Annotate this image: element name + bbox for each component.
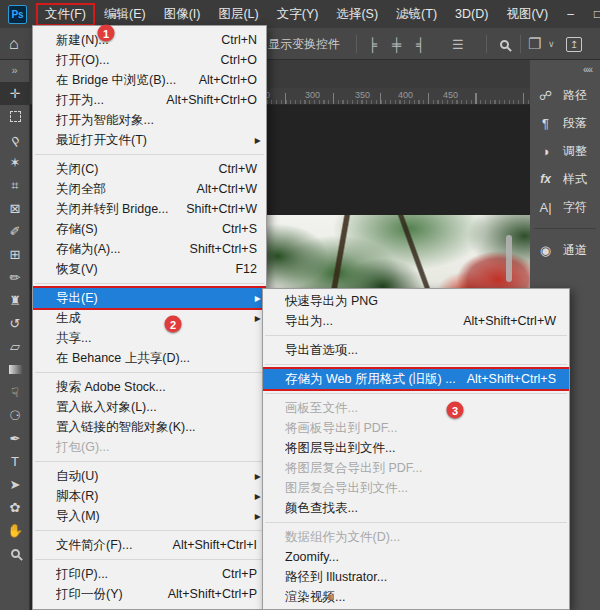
eraser-tool[interactable]: ▱: [0, 335, 30, 358]
menu-item[interactable]: 颜色查找表...: [263, 498, 569, 518]
menu-item[interactable]: 关闭(C)Ctrl+W: [33, 159, 266, 179]
menu-item[interactable]: 导出(E)▶: [33, 288, 266, 308]
paragraph-panel[interactable]: ¶段落: [530, 109, 600, 137]
lasso-tool[interactable]: ρ: [0, 128, 30, 151]
paragraph-panel-icon: ¶: [537, 116, 554, 131]
menubar-item[interactable]: 选择(S): [327, 3, 387, 26]
menu-item[interactable]: 在 Behance 上共享(D)...: [33, 348, 266, 368]
frame-tool[interactable]: ⊠: [0, 197, 30, 220]
menu-item-label: 打开为...: [56, 92, 158, 109]
submenu-arrow-icon: ▶: [255, 313, 261, 322]
menu-item[interactable]: 打印(P)...Ctrl+P: [33, 564, 266, 584]
smudge-tool[interactable]: ☟: [0, 381, 30, 404]
dodge-tool[interactable]: ⚆: [0, 404, 30, 427]
align-left-icon[interactable]: ╞: [368, 28, 377, 60]
menu-item[interactable]: 图层复合导出到文件...: [263, 478, 569, 498]
magic-wand-tool[interactable]: ✶: [0, 151, 30, 174]
path-select-tool[interactable]: ➤: [0, 473, 30, 496]
home-icon[interactable]: ⌂: [9, 28, 19, 60]
menubar-item[interactable]: 编辑(E): [95, 3, 155, 26]
menu-item[interactable]: 打开(O)...Ctrl+O: [33, 50, 266, 70]
menubar-item[interactable]: 图层(L): [209, 3, 267, 26]
menubar-items: 文件(F)编辑(E)图像(I)图层(L)文字(Y)选择(S)滤镜(T)3D(D)…: [36, 3, 557, 26]
menu-item[interactable]: 快速导出为 PNG: [263, 291, 569, 311]
menu-item[interactable]: 导出为...Alt+Shift+Ctrl+W: [263, 311, 569, 331]
menu-item[interactable]: 将画板导出到 PDF...: [263, 418, 569, 438]
menu-item[interactable]: 打包(G)...: [33, 437, 266, 457]
menu-item[interactable]: 打开为...Alt+Shift+Ctrl+O: [33, 90, 266, 110]
eyedropper-tool[interactable]: ✐: [0, 220, 30, 243]
ruler-tick-label: 400: [398, 90, 413, 100]
menu-item[interactable]: 脚本(R)▶: [33, 486, 266, 506]
menu-item[interactable]: 恢复(V)F12: [33, 259, 266, 279]
menu-item[interactable]: 置入链接的智能对象(K)...: [33, 417, 266, 437]
align-right-icon[interactable]: ╡: [416, 28, 425, 60]
search-icon[interactable]: [500, 28, 509, 60]
menu-item[interactable]: 共享...: [33, 328, 266, 348]
adjustments-panel[interactable]: ◑调整: [530, 137, 600, 165]
type-tool[interactable]: T: [0, 450, 30, 473]
menubar-item[interactable]: 图像(I): [155, 3, 210, 26]
paths-panel[interactable]: ☍路径: [530, 81, 600, 109]
chevron-down-icon[interactable]: ∨: [548, 28, 555, 60]
minimize-button[interactable]: –: [557, 0, 584, 28]
channels-panel[interactable]: ◉通道: [530, 236, 600, 264]
styles-panel[interactable]: fx样式: [530, 165, 600, 193]
options-divider: [356, 35, 357, 53]
menu-item[interactable]: 关闭全部Alt+Ctrl+W: [33, 179, 266, 199]
gradient-tool[interactable]: [0, 358, 30, 381]
menu-item-label: 共享...: [56, 330, 257, 347]
menu-item[interactable]: 文件简介(F)...Alt+Shift+Ctrl+I: [33, 535, 266, 555]
shape-tool[interactable]: ✿: [0, 496, 30, 519]
move-tool[interactable]: ✛: [0, 82, 30, 105]
menubar-item[interactable]: 滤镜(T): [387, 3, 446, 26]
clone-stamp-tool[interactable]: ♜: [0, 289, 30, 312]
share-icon[interactable]: ↥: [566, 28, 582, 60]
menu-item[interactable]: 画板至文件...: [263, 398, 569, 418]
menu-item[interactable]: 打开为智能对象...: [33, 110, 266, 130]
canvas-scrollbar[interactable]: [506, 235, 512, 282]
menu-item[interactable]: 将图层复合导出到 PDF...: [263, 458, 569, 478]
workspace-icon[interactable]: ❐: [528, 28, 541, 60]
menu-item[interactable]: 新建(N)...Ctrl+N: [33, 30, 266, 50]
menu-item[interactable]: 置入嵌入对象(L)...: [33, 397, 266, 417]
hand-tool[interactable]: ✋: [0, 519, 30, 542]
menubar-item[interactable]: 文字(Y): [268, 3, 328, 26]
menu-item[interactable]: 关闭并转到 Bridge...Shift+Ctrl+W: [33, 199, 266, 219]
character-panel[interactable]: A|字符: [530, 193, 600, 221]
menu-item[interactable]: 自动(U)▶: [33, 466, 266, 486]
maximize-button[interactable]: □: [584, 0, 600, 28]
show-transform-controls-label[interactable]: 显示变换控件: [268, 28, 340, 60]
menubar-item[interactable]: 3D(D): [446, 4, 497, 24]
toolbar-collapse-icon[interactable]: »: [0, 60, 29, 82]
menu-item[interactable]: 导入(M)▶: [33, 506, 266, 526]
crop-tool[interactable]: ⌗: [0, 174, 30, 197]
marquee-tool[interactable]: [0, 105, 30, 128]
menubar-item[interactable]: 文件(F): [36, 3, 95, 26]
menu-item[interactable]: 搜索 Adobe Stock...: [33, 377, 266, 397]
menu-item[interactable]: 打印一份(Y)Alt+Shift+Ctrl+P: [33, 584, 266, 604]
menu-item[interactable]: 最近打开文件(T)▶: [33, 130, 266, 150]
menu-item[interactable]: 存储为(A)...Shift+Ctrl+S: [33, 239, 266, 259]
zoom-tool[interactable]: [0, 542, 30, 565]
brush-tool[interactable]: ✏: [0, 266, 30, 289]
menu-item[interactable]: 在 Bridge 中浏览(B)...Alt+Ctrl+O: [33, 70, 266, 90]
menu-item[interactable]: 存储(S)Ctrl+S: [33, 219, 266, 239]
distribute-icon[interactable]: ☰: [452, 28, 464, 60]
menu-item[interactable]: 路径到 Illustrator...: [263, 567, 569, 587]
menu-item[interactable]: 将图层导出到文件...: [263, 438, 569, 458]
menu-item[interactable]: 导出首选项...: [263, 340, 569, 360]
menu-item[interactable]: Zoomify...: [263, 547, 569, 567]
menu-item[interactable]: 渲染视频...: [263, 587, 569, 607]
align-center-icon[interactable]: ╪: [392, 28, 401, 60]
menubar-item[interactable]: 视图(V): [497, 3, 557, 26]
menu-item[interactable]: 生成▶: [33, 308, 266, 328]
history-brush-tool[interactable]: ↺: [0, 312, 30, 335]
window-controls: – □ ✕: [557, 0, 600, 28]
menu-item[interactable]: 数据组作为文件(D)...: [263, 527, 569, 547]
pen-tool[interactable]: ✒: [0, 427, 30, 450]
healing-brush-tool[interactable]: ⊞: [0, 243, 30, 266]
submenu-arrow-icon: ▶: [255, 293, 261, 302]
dock-collapse-icon[interactable]: ««: [530, 60, 600, 81]
menu-item[interactable]: 存储为 Web 所用格式 (旧版) ...Alt+Shift+Ctrl+S: [263, 369, 569, 389]
